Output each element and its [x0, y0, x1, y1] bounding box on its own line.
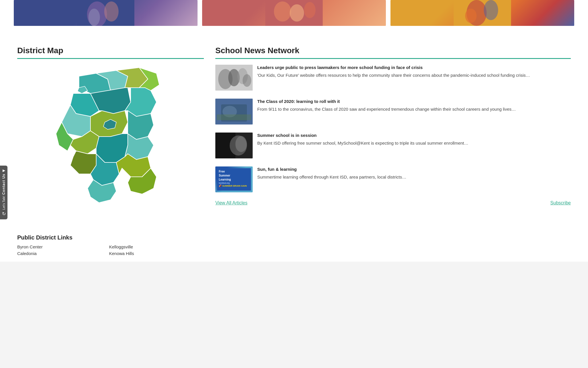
news-thumb-4: Free Summer Learning kentisd.org 🏈 SUMME… — [215, 166, 253, 192]
district-links-grid: Byron Center Kelloggsville Caledonia Ken… — [17, 244, 189, 256]
thumb-label-summer: Summer — [219, 174, 230, 177]
contact-tab[interactable]: ▶ Contact Us Let's Talk! ↻ — [0, 166, 7, 219]
news-thumb-2 — [215, 99, 253, 124]
subscribe-link[interactable]: Subscribe — [550, 200, 571, 206]
district-map-svg[interactable] — [50, 65, 171, 214]
top-image-3 — [390, 0, 574, 26]
news-item-4: Free Summer Learning kentisd.org 🏈 SUMME… — [215, 166, 571, 192]
top-image-strip — [0, 0, 588, 34]
district-link-byron-center[interactable]: Byron Center — [17, 244, 98, 249]
news-body-2: From 9/11 to the coronavirus, the Class … — [257, 106, 571, 113]
thumb-site: kentisd.org — [219, 182, 230, 184]
main-content: District Map — [0, 34, 588, 226]
chat-icon: ↻ — [2, 211, 6, 216]
top-image-2 — [202, 0, 386, 26]
news-thumb-1 — [215, 65, 253, 91]
news-headline-3[interactable]: Summer school is in session — [257, 133, 571, 138]
svg-point-7 — [304, 2, 316, 18]
svg-point-2 — [104, 1, 119, 22]
play-icon: ▶ — [3, 168, 5, 172]
news-body-3: By Kent ISD offering free summer school,… — [257, 140, 571, 147]
news-section: School News Network Leaders urge public … — [215, 46, 571, 214]
district-link-caledonia[interactable]: Caledonia — [17, 251, 98, 256]
news-item-1: Leaders urge public to press lawmakers f… — [215, 65, 571, 91]
view-all-articles-link[interactable]: View All Articles — [215, 200, 247, 206]
svg-point-10 — [484, 0, 498, 20]
district-links-section: Public District Links Byron Center Kello… — [0, 226, 588, 262]
news-actions: View All Articles Subscribe — [215, 200, 571, 206]
news-body-1: 'Our Kids, Our Future' website offers re… — [257, 72, 571, 79]
svg-point-5 — [274, 1, 291, 22]
district-links-title: Public District Links — [17, 234, 571, 241]
news-headline-4[interactable]: Sun, fun & learning — [257, 166, 571, 172]
district-map-section: District Map — [17, 46, 204, 214]
news-item-3: Summer school is in session By Kent ISD … — [215, 133, 571, 158]
news-content-3: Summer school is in session By Kent ISD … — [257, 133, 571, 146]
thumb-label-learning: Learning — [219, 178, 231, 181]
news-content-2: The Class of 2020: learning to roll with… — [257, 99, 571, 112]
news-headline-1[interactable]: Leaders urge public to press lawmakers f… — [257, 65, 571, 70]
news-thumb-3 — [215, 133, 253, 158]
map-container[interactable] — [17, 65, 204, 214]
news-item-2: The Class of 2020: learning to roll with… — [215, 99, 571, 124]
news-thumb-text: Free Summer Learning kentisd.org 🏈 SUMME… — [217, 168, 251, 191]
top-image-1 — [14, 0, 198, 26]
district-map-title: District Map — [17, 46, 204, 59]
svg-point-37 — [243, 74, 251, 87]
district-link-kenowa-hills[interactable]: Kenowa Hills — [109, 251, 189, 256]
svg-point-45 — [235, 136, 247, 152]
svg-point-11 — [465, 9, 477, 23]
news-section-title: School News Network — [215, 46, 571, 59]
svg-rect-41 — [217, 114, 251, 120]
contact-icon: Let's Talk! — [2, 196, 5, 210]
svg-point-6 — [290, 4, 304, 22]
district-link-kelloggsville[interactable]: Kelloggsville — [109, 244, 189, 249]
svg-marker-26 — [70, 151, 96, 174]
news-content-1: Leaders urge public to press lawmakers f… — [257, 65, 571, 78]
news-body-4: Summertime learning offered through Kent… — [257, 174, 571, 181]
news-headline-2[interactable]: The Class of 2020: learning to roll with… — [257, 99, 571, 104]
contact-label: Contact Us — [2, 174, 6, 195]
news-content-4: Sun, fun & learning Summertime learning … — [257, 166, 571, 180]
thumb-label-free: Free — [219, 170, 225, 173]
svg-point-3 — [88, 9, 100, 26]
thumb-brain: 🏈 SUMMER BRAIN GAIN — [219, 185, 247, 187]
